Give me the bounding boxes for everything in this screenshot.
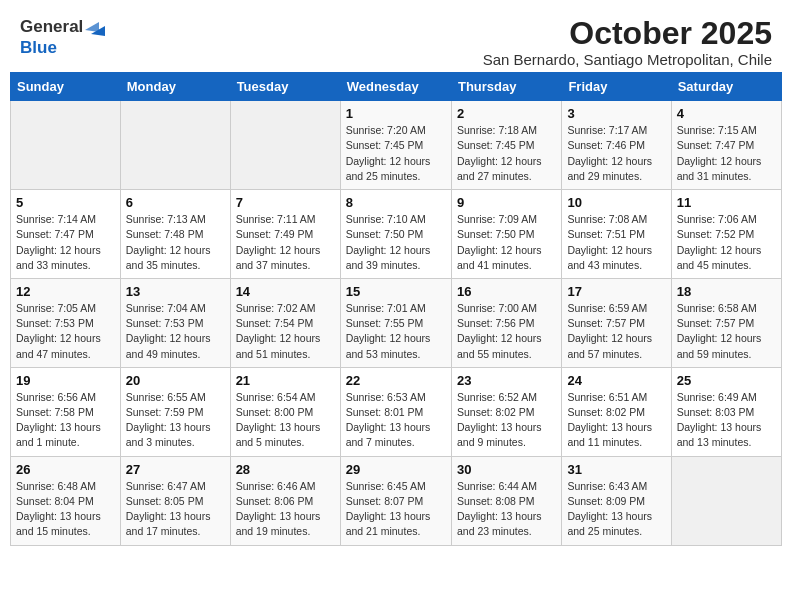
col-tuesday: Tuesday xyxy=(230,73,340,101)
table-cell: 19Sunrise: 6:56 AM Sunset: 7:58 PM Dayli… xyxy=(11,367,121,456)
day-number: 17 xyxy=(567,284,665,299)
day-info: Sunrise: 6:56 AM Sunset: 7:58 PM Dayligh… xyxy=(16,390,115,451)
table-cell: 17Sunrise: 6:59 AM Sunset: 7:57 PM Dayli… xyxy=(562,278,671,367)
calendar-table: Sunday Monday Tuesday Wednesday Thursday… xyxy=(10,72,782,545)
day-number: 19 xyxy=(16,373,115,388)
table-cell: 25Sunrise: 6:49 AM Sunset: 8:03 PM Dayli… xyxy=(671,367,781,456)
day-info: Sunrise: 7:04 AM Sunset: 7:53 PM Dayligh… xyxy=(126,301,225,362)
day-number: 20 xyxy=(126,373,225,388)
day-info: Sunrise: 7:05 AM Sunset: 7:53 PM Dayligh… xyxy=(16,301,115,362)
table-cell xyxy=(11,101,121,190)
day-info: Sunrise: 7:09 AM Sunset: 7:50 PM Dayligh… xyxy=(457,212,556,273)
day-number: 16 xyxy=(457,284,556,299)
day-info: Sunrise: 6:45 AM Sunset: 8:07 PM Dayligh… xyxy=(346,479,446,540)
day-info: Sunrise: 6:59 AM Sunset: 7:57 PM Dayligh… xyxy=(567,301,665,362)
header-row: Sunday Monday Tuesday Wednesday Thursday… xyxy=(11,73,782,101)
table-cell: 29Sunrise: 6:45 AM Sunset: 8:07 PM Dayli… xyxy=(340,456,451,545)
table-cell: 6Sunrise: 7:13 AM Sunset: 7:48 PM Daylig… xyxy=(120,190,230,279)
day-info: Sunrise: 7:18 AM Sunset: 7:45 PM Dayligh… xyxy=(457,123,556,184)
col-wednesday: Wednesday xyxy=(340,73,451,101)
svg-marker-1 xyxy=(85,22,99,32)
table-cell: 13Sunrise: 7:04 AM Sunset: 7:53 PM Dayli… xyxy=(120,278,230,367)
day-number: 28 xyxy=(236,462,335,477)
table-cell: 7Sunrise: 7:11 AM Sunset: 7:49 PM Daylig… xyxy=(230,190,340,279)
week-row-3: 12Sunrise: 7:05 AM Sunset: 7:53 PM Dayli… xyxy=(11,278,782,367)
table-cell: 27Sunrise: 6:47 AM Sunset: 8:05 PM Dayli… xyxy=(120,456,230,545)
table-cell: 24Sunrise: 6:51 AM Sunset: 8:02 PM Dayli… xyxy=(562,367,671,456)
day-info: Sunrise: 6:52 AM Sunset: 8:02 PM Dayligh… xyxy=(457,390,556,451)
day-info: Sunrise: 7:02 AM Sunset: 7:54 PM Dayligh… xyxy=(236,301,335,362)
table-cell: 22Sunrise: 6:53 AM Sunset: 8:01 PM Dayli… xyxy=(340,367,451,456)
day-info: Sunrise: 6:48 AM Sunset: 8:04 PM Dayligh… xyxy=(16,479,115,540)
day-number: 30 xyxy=(457,462,556,477)
table-cell: 12Sunrise: 7:05 AM Sunset: 7:53 PM Dayli… xyxy=(11,278,121,367)
table-cell xyxy=(120,101,230,190)
day-info: Sunrise: 6:58 AM Sunset: 7:57 PM Dayligh… xyxy=(677,301,776,362)
day-info: Sunrise: 6:54 AM Sunset: 8:00 PM Dayligh… xyxy=(236,390,335,451)
day-info: Sunrise: 7:15 AM Sunset: 7:47 PM Dayligh… xyxy=(677,123,776,184)
title-section: October 2025 San Bernardo, Santiago Metr… xyxy=(483,16,772,68)
table-cell: 9Sunrise: 7:09 AM Sunset: 7:50 PM Daylig… xyxy=(451,190,561,279)
day-number: 15 xyxy=(346,284,446,299)
day-number: 10 xyxy=(567,195,665,210)
col-sunday: Sunday xyxy=(11,73,121,101)
week-row-1: 1Sunrise: 7:20 AM Sunset: 7:45 PM Daylig… xyxy=(11,101,782,190)
day-info: Sunrise: 7:10 AM Sunset: 7:50 PM Dayligh… xyxy=(346,212,446,273)
day-number: 25 xyxy=(677,373,776,388)
day-info: Sunrise: 7:17 AM Sunset: 7:46 PM Dayligh… xyxy=(567,123,665,184)
day-info: Sunrise: 6:47 AM Sunset: 8:05 PM Dayligh… xyxy=(126,479,225,540)
day-number: 26 xyxy=(16,462,115,477)
day-number: 6 xyxy=(126,195,225,210)
week-row-4: 19Sunrise: 6:56 AM Sunset: 7:58 PM Dayli… xyxy=(11,367,782,456)
day-info: Sunrise: 6:55 AM Sunset: 7:59 PM Dayligh… xyxy=(126,390,225,451)
day-number: 18 xyxy=(677,284,776,299)
col-friday: Friday xyxy=(562,73,671,101)
table-cell: 5Sunrise: 7:14 AM Sunset: 7:47 PM Daylig… xyxy=(11,190,121,279)
table-cell: 30Sunrise: 6:44 AM Sunset: 8:08 PM Dayli… xyxy=(451,456,561,545)
logo: General Blue xyxy=(20,16,107,58)
day-info: Sunrise: 7:00 AM Sunset: 7:56 PM Dayligh… xyxy=(457,301,556,362)
table-cell: 18Sunrise: 6:58 AM Sunset: 7:57 PM Dayli… xyxy=(671,278,781,367)
table-cell: 3Sunrise: 7:17 AM Sunset: 7:46 PM Daylig… xyxy=(562,101,671,190)
table-cell: 1Sunrise: 7:20 AM Sunset: 7:45 PM Daylig… xyxy=(340,101,451,190)
day-number: 14 xyxy=(236,284,335,299)
day-info: Sunrise: 6:46 AM Sunset: 8:06 PM Dayligh… xyxy=(236,479,335,540)
day-number: 21 xyxy=(236,373,335,388)
day-info: Sunrise: 7:08 AM Sunset: 7:51 PM Dayligh… xyxy=(567,212,665,273)
day-number: 9 xyxy=(457,195,556,210)
day-info: Sunrise: 7:06 AM Sunset: 7:52 PM Dayligh… xyxy=(677,212,776,273)
location-subtitle: San Bernardo, Santiago Metropolitan, Chi… xyxy=(483,51,772,68)
day-number: 8 xyxy=(346,195,446,210)
table-cell: 14Sunrise: 7:02 AM Sunset: 7:54 PM Dayli… xyxy=(230,278,340,367)
day-info: Sunrise: 7:11 AM Sunset: 7:49 PM Dayligh… xyxy=(236,212,335,273)
logo-triangle-icon xyxy=(85,16,107,38)
table-cell: 15Sunrise: 7:01 AM Sunset: 7:55 PM Dayli… xyxy=(340,278,451,367)
day-number: 23 xyxy=(457,373,556,388)
day-info: Sunrise: 6:43 AM Sunset: 8:09 PM Dayligh… xyxy=(567,479,665,540)
col-monday: Monday xyxy=(120,73,230,101)
table-cell: 4Sunrise: 7:15 AM Sunset: 7:47 PM Daylig… xyxy=(671,101,781,190)
day-info: Sunrise: 7:20 AM Sunset: 7:45 PM Dayligh… xyxy=(346,123,446,184)
month-title: October 2025 xyxy=(483,16,772,51)
day-info: Sunrise: 6:53 AM Sunset: 8:01 PM Dayligh… xyxy=(346,390,446,451)
day-info: Sunrise: 7:01 AM Sunset: 7:55 PM Dayligh… xyxy=(346,301,446,362)
table-cell: 21Sunrise: 6:54 AM Sunset: 8:00 PM Dayli… xyxy=(230,367,340,456)
table-cell: 28Sunrise: 6:46 AM Sunset: 8:06 PM Dayli… xyxy=(230,456,340,545)
week-row-2: 5Sunrise: 7:14 AM Sunset: 7:47 PM Daylig… xyxy=(11,190,782,279)
day-info: Sunrise: 6:49 AM Sunset: 8:03 PM Dayligh… xyxy=(677,390,776,451)
day-number: 7 xyxy=(236,195,335,210)
day-info: Sunrise: 7:13 AM Sunset: 7:48 PM Dayligh… xyxy=(126,212,225,273)
day-number: 22 xyxy=(346,373,446,388)
day-number: 27 xyxy=(126,462,225,477)
day-info: Sunrise: 7:14 AM Sunset: 7:47 PM Dayligh… xyxy=(16,212,115,273)
table-cell xyxy=(671,456,781,545)
table-cell: 10Sunrise: 7:08 AM Sunset: 7:51 PM Dayli… xyxy=(562,190,671,279)
table-cell xyxy=(230,101,340,190)
day-number: 24 xyxy=(567,373,665,388)
day-info: Sunrise: 6:51 AM Sunset: 8:02 PM Dayligh… xyxy=(567,390,665,451)
table-cell: 20Sunrise: 6:55 AM Sunset: 7:59 PM Dayli… xyxy=(120,367,230,456)
day-info: Sunrise: 6:44 AM Sunset: 8:08 PM Dayligh… xyxy=(457,479,556,540)
table-cell: 11Sunrise: 7:06 AM Sunset: 7:52 PM Dayli… xyxy=(671,190,781,279)
day-number: 12 xyxy=(16,284,115,299)
table-cell: 2Sunrise: 7:18 AM Sunset: 7:45 PM Daylig… xyxy=(451,101,561,190)
